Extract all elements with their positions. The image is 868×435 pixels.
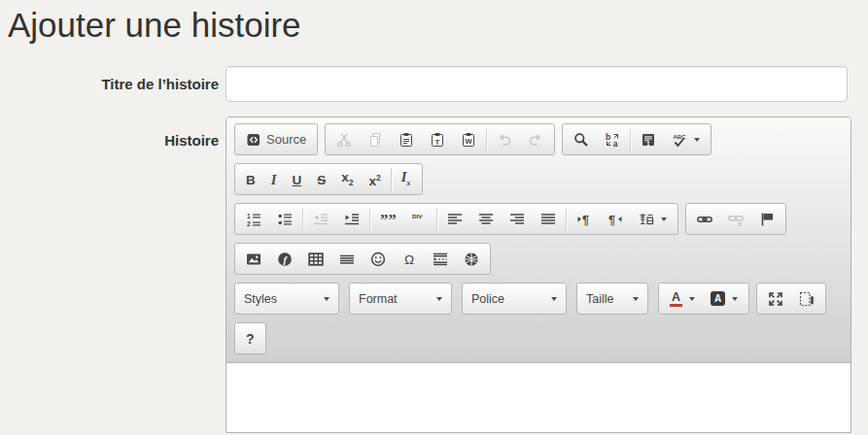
page-break-button[interactable] bbox=[425, 244, 456, 274]
table-button[interactable] bbox=[300, 244, 331, 274]
spell-checker-button[interactable]: ABC bbox=[664, 124, 708, 154]
image-button[interactable] bbox=[238, 244, 269, 274]
bidi-ltr-button[interactable]: ¶ bbox=[569, 204, 600, 234]
align-right-button[interactable] bbox=[502, 204, 533, 234]
italic-icon: I bbox=[271, 171, 277, 188]
svg-text:””: ”” bbox=[380, 212, 396, 227]
toolbar-row: 12””DIV¶¶ bbox=[234, 203, 843, 243]
indent-icon bbox=[344, 212, 360, 227]
editor-toolbar: SourceTWbaABCBIUSx2x2Ix12””DIV¶¶fΩStyles… bbox=[226, 117, 851, 363]
table-icon bbox=[308, 251, 324, 267]
toolbar-separator bbox=[391, 168, 392, 191]
increase-indent-button[interactable] bbox=[336, 204, 367, 234]
source-icon bbox=[246, 132, 261, 148]
anchor-button[interactable] bbox=[751, 204, 782, 234]
paste-text-button[interactable]: T bbox=[422, 124, 453, 154]
unlink-icon bbox=[728, 212, 744, 227]
editor-tools-group bbox=[756, 283, 826, 315]
editor-content-area[interactable] bbox=[226, 363, 851, 432]
show-blocks-button[interactable] bbox=[791, 284, 822, 314]
taille-combo-label: Taille bbox=[586, 292, 614, 306]
dropdown-caret bbox=[689, 297, 695, 301]
justify-button[interactable] bbox=[533, 204, 564, 234]
underline-button[interactable]: U bbox=[284, 164, 309, 194]
dropdown-caret bbox=[551, 297, 557, 301]
horizontal-rule-button[interactable] bbox=[331, 244, 363, 274]
dropdown-caret bbox=[633, 297, 639, 301]
align-center-button[interactable] bbox=[470, 204, 502, 234]
about-button[interactable]: ? bbox=[238, 323, 262, 353]
paste-from-word-button[interactable]: W bbox=[453, 124, 484, 154]
toolbar-row: StylesFormatPoliceTailleAA bbox=[234, 283, 843, 322]
justify-icon bbox=[540, 212, 556, 227]
undo-icon bbox=[497, 132, 512, 148]
blockquote-button[interactable]: ”” bbox=[372, 204, 403, 234]
flash-button[interactable]: f bbox=[269, 244, 300, 274]
format-combo[interactable]: Format bbox=[349, 283, 452, 315]
source-button[interactable]: Source bbox=[238, 124, 314, 154]
police-combo[interactable]: Police bbox=[462, 283, 567, 315]
toolbar-row: SourceTWbaABC bbox=[234, 123, 843, 163]
remove-format-button[interactable]: Ix bbox=[394, 164, 419, 194]
colors-group: AA bbox=[658, 283, 749, 315]
cut-button bbox=[329, 124, 360, 154]
div-container-button[interactable]: DIV bbox=[403, 204, 434, 234]
paste-button[interactable] bbox=[391, 124, 422, 154]
toolbar-row: ? bbox=[234, 322, 843, 362]
svg-text:¶: ¶ bbox=[608, 213, 615, 226]
remove-format-icon: Ix bbox=[401, 168, 411, 190]
maximize-button[interactable] bbox=[760, 284, 791, 314]
styles-combo[interactable]: Styles bbox=[234, 283, 339, 315]
smiley-button[interactable] bbox=[363, 244, 394, 274]
div-icon: DIV bbox=[411, 212, 427, 227]
image-icon bbox=[246, 251, 261, 267]
link-button[interactable] bbox=[689, 204, 720, 234]
strikethrough-button[interactable]: S bbox=[309, 164, 333, 194]
link-icon bbox=[697, 212, 712, 227]
svg-text:Ω: Ω bbox=[404, 252, 414, 267]
smiley-icon bbox=[370, 251, 386, 267]
taille-combo[interactable]: Taille bbox=[576, 283, 648, 315]
dropdown-caret bbox=[436, 297, 442, 301]
bold-icon: B bbox=[246, 171, 256, 188]
find-icon bbox=[573, 132, 589, 148]
background-color-button[interactable]: A bbox=[703, 284, 746, 314]
flash-icon: f bbox=[277, 251, 293, 267]
story-field-row: Histoire SourceTWbaABCBIUSx2x2Ix12””DIV¶… bbox=[0, 117, 868, 433]
show-blocks-icon bbox=[799, 291, 815, 307]
iframe-button[interactable] bbox=[456, 244, 487, 274]
bulleted-list-button[interactable] bbox=[269, 204, 300, 234]
police-combo-label: Police bbox=[471, 292, 504, 306]
links-group bbox=[685, 203, 786, 235]
iframe-icon bbox=[464, 251, 479, 267]
numbered-list-icon: 12 bbox=[246, 212, 261, 227]
dropdown-caret bbox=[694, 138, 700, 142]
replace-button[interactable]: ba bbox=[597, 124, 628, 154]
svg-text:a: a bbox=[613, 139, 618, 148]
text-color-button[interactable]: A bbox=[662, 284, 703, 314]
about-group: ? bbox=[234, 322, 266, 354]
bg-color-icon: A bbox=[711, 291, 725, 306]
rich-text-editor: SourceTWbaABCBIUSx2x2Ix12””DIV¶¶fΩStyles… bbox=[226, 117, 851, 433]
language-button[interactable] bbox=[631, 204, 675, 234]
superscript-icon: x2 bbox=[368, 170, 380, 190]
bold-button[interactable]: B bbox=[238, 164, 263, 194]
find-button[interactable] bbox=[566, 124, 597, 154]
align-left-button[interactable] bbox=[439, 204, 470, 234]
subscript-button[interactable]: x2 bbox=[333, 164, 361, 194]
story-title-input[interactable] bbox=[226, 66, 848, 102]
superscript-button[interactable]: x2 bbox=[361, 164, 388, 194]
special-character-button[interactable]: Ω bbox=[394, 244, 425, 274]
italic-button[interactable]: I bbox=[263, 164, 285, 194]
toolbar-separator bbox=[630, 128, 631, 151]
svg-text:b: b bbox=[606, 132, 610, 142]
paste-text-icon: T bbox=[430, 132, 445, 148]
page-break-icon bbox=[433, 251, 448, 267]
select-all-button[interactable] bbox=[633, 124, 664, 154]
svg-text:ABC: ABC bbox=[674, 133, 687, 139]
anchor-icon bbox=[759, 212, 775, 227]
page-title: Ajouter une histoire bbox=[8, 6, 868, 45]
numbered-list-button[interactable]: 12 bbox=[238, 204, 269, 234]
clipboard-group: TW bbox=[325, 123, 555, 155]
bidi-rtl-button[interactable]: ¶ bbox=[600, 204, 631, 234]
